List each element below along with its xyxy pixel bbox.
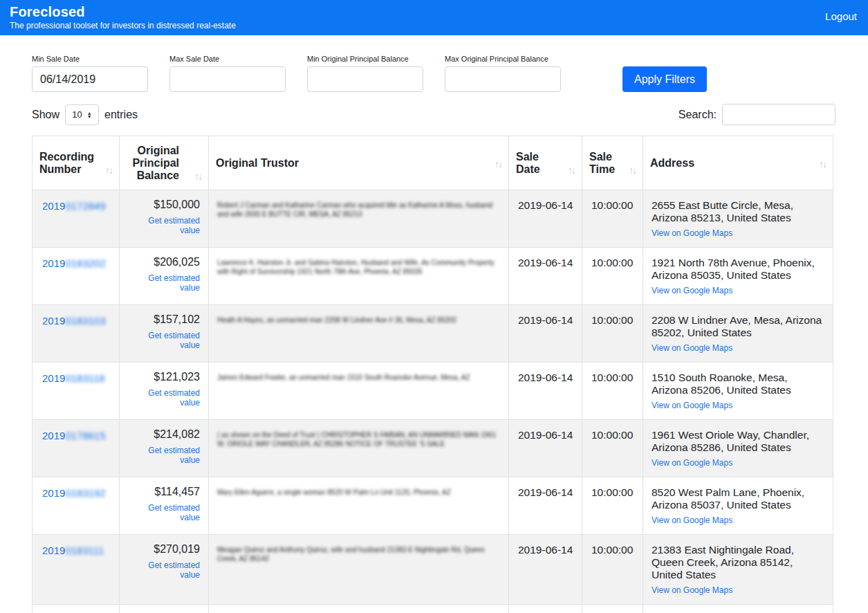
sale-time-cell: 10:00:00: [582, 604, 643, 613]
address-cell: 2655 East Butte Circle, Mesa, Arizona 85…: [643, 190, 833, 248]
search-input[interactable]: [722, 104, 835, 125]
get-estimated-value-link[interactable]: Get estimated value: [127, 216, 200, 235]
recording-number-link[interactable]: 20190183111: [42, 545, 104, 556]
sort-icon: ↑↓: [816, 158, 826, 170]
column-header-original-trustor[interactable]: Original Trustor↑↓: [209, 136, 509, 190]
min-principal-balance-input[interactable]: [307, 66, 423, 92]
recording-number-link[interactable]: 20190183118: [42, 372, 105, 384]
logout-link[interactable]: Logout: [825, 10, 857, 22]
sale-time-cell: 10:00:00: [582, 419, 643, 477]
max-principal-balance-label: Max Original Principal Balance: [445, 55, 561, 63]
original-trustor-cell: James Edward Fowler, an unmarried man 15…: [209, 362, 509, 419]
sale-date-cell: 2019-06-14: [509, 534, 582, 604]
original-trustor-cell: Meagan Quiroz and Anthony Quiroz, wife a…: [209, 534, 509, 604]
recording-number-link[interactable]: 20190172849: [42, 200, 106, 212]
get-estimated-value-link[interactable]: Get estimated value: [127, 446, 200, 465]
recording-number-cell: 20190183202: [33, 247, 120, 304]
address-text: 1961 West Oriole Way, Chandler, Arizona …: [652, 429, 826, 454]
apply-filters-button[interactable]: Apply Filters: [622, 66, 707, 92]
address-cell: 8520 West Palm Lane, Phoenix, Arizona 85…: [643, 477, 833, 534]
brand-title: Foreclosed: [10, 4, 857, 19]
max-principal-balance-input[interactable]: [445, 66, 561, 92]
view-on-google-maps-link[interactable]: View on Google Maps: [652, 228, 732, 238]
recording-number-cell: 20190173690: [33, 604, 120, 613]
get-estimated-value-link[interactable]: Get estimated value: [127, 331, 200, 350]
table-row: 20190183192 $114,457 Get estimated value…: [33, 477, 833, 534]
table-header-row: Recording Number↑↓ Original Principal Ba…: [33, 136, 833, 190]
sale-time-cell: 10:00:00: [582, 247, 643, 304]
recording-number-link[interactable]: 20190183202: [42, 257, 106, 269]
principal-balance-cell: $150,000 Get estimated value: [120, 190, 209, 248]
view-on-google-maps-link[interactable]: View on Google Maps: [652, 585, 732, 595]
sort-icon: ↑↓: [626, 165, 636, 176]
sale-date-cell: 2019-06-14: [509, 477, 582, 534]
trustor-text-redacted: Lawrence K. Hairston Jr. and Sabina Hair…: [217, 258, 500, 276]
get-estimated-value-link[interactable]: Get estimated value: [127, 273, 200, 293]
min-sale-date-input[interactable]: [32, 66, 148, 92]
column-header-recording-number[interactable]: Recording Number↑↓: [33, 136, 120, 190]
get-estimated-value-link[interactable]: Get estimated value: [127, 503, 200, 522]
recording-number-link[interactable]: 20190183103: [42, 315, 106, 327]
balance-amount: $157,102: [154, 313, 200, 325]
filter-min-principal-balance: Min Original Principal Balance: [307, 55, 423, 92]
sale-date-cell: 2019-06-14: [509, 604, 582, 613]
table-row: 20190172849 $150,000 Get estimated value…: [33, 190, 833, 248]
sale-date-cell: 2019-06-14: [509, 419, 582, 477]
max-sale-date-input[interactable]: [169, 66, 286, 92]
column-header-original-principal-balance[interactable]: Original Principal Balance↑↓: [120, 136, 209, 190]
original-trustor-cell: Heath A Hayes, an unmarried man 2208 W L…: [209, 304, 509, 362]
page-size-select[interactable]: 10 ▲▼: [65, 104, 99, 125]
table-row: 20190183118 $121,023 Get estimated value…: [33, 362, 833, 419]
entries-label: entries: [104, 109, 138, 121]
address-text: 2208 W Lindner Ave, Mesa, Arizona 85202,…: [652, 314, 826, 339]
balance-amount: $270,019: [154, 543, 200, 555]
principal-balance-cell: $206,025 Get estimated value: [120, 247, 209, 304]
filter-min-sale-date: Min Sale Date: [32, 55, 148, 92]
show-label: Show: [32, 109, 59, 121]
view-on-google-maps-link[interactable]: View on Google Maps: [652, 515, 732, 525]
address-text: 2655 East Butte Circle, Mesa, Arizona 85…: [652, 199, 826, 224]
address-text: 21383 East Nightingale Road, Queen Creek…: [652, 544, 826, 581]
table-row: 20190183111 $270,019 Get estimated value…: [33, 534, 833, 604]
get-estimated-value-link[interactable]: Get estimated value: [127, 388, 200, 408]
balance-amount: $150,000: [154, 199, 200, 210]
recording-number-link[interactable]: 20190178615: [42, 430, 106, 441]
view-on-google-maps-link[interactable]: View on Google Maps: [652, 458, 732, 468]
principal-balance-cell: $121,023 Get estimated value: [120, 362, 209, 419]
view-on-google-maps-link[interactable]: View on Google Maps: [652, 343, 732, 353]
recording-number-link[interactable]: 20190183192: [42, 487, 106, 499]
table-row: 20190183103 $157,102 Get estimated value…: [33, 304, 833, 362]
original-trustor-cell: ( as shown on the Deed of Trust ) Eulogi…: [209, 604, 509, 613]
principal-balance-cell: $125,000 Get estimated value: [120, 604, 209, 613]
sort-icon: ↑↓: [492, 158, 501, 170]
original-trustor-cell: Lawrence K. Hairston Jr. and Sabina Hair…: [209, 247, 509, 304]
table-row: 20190183202 $206,025 Get estimated value…: [33, 247, 833, 304]
trustor-text-redacted: ( as shown on the Deed of Trust ) CHRIST…: [217, 430, 500, 448]
trustor-text-redacted: Heath A Hayes, an unmarried man 2208 W L…: [217, 315, 500, 324]
column-header-address[interactable]: Address↑↓: [643, 136, 833, 190]
trustor-text-redacted: James Edward Fowler, an unmarried man 15…: [217, 373, 500, 382]
balance-amount: $121,023: [154, 371, 200, 383]
table-row: 20190173690 $125,000 Get estimated value…: [33, 604, 833, 613]
principal-balance-cell: $114,457 Get estimated value: [120, 477, 209, 534]
address-cell: 1921 North 78th Avenue, Phoenix, Arizona…: [643, 247, 833, 304]
sort-icon: ↑↓: [192, 171, 201, 182]
filter-max-principal-balance: Max Original Principal Balance: [445, 55, 561, 92]
sale-time-cell: 10:00:00: [582, 190, 643, 248]
sort-icon: ↑↓: [102, 165, 112, 176]
column-header-sale-time[interactable]: Sale Time↑↓: [582, 136, 643, 190]
balance-amount: $206,025: [154, 256, 200, 268]
column-header-sale-date[interactable]: Sale Date↑↓: [509, 136, 582, 190]
page-size-value: 10: [72, 109, 82, 120]
address-cell: 2108 East Lemon Street, Tempe, Arizona 8…: [643, 604, 833, 613]
balance-amount: $114,457: [154, 486, 200, 497]
view-on-google-maps-link[interactable]: View on Google Maps: [652, 401, 732, 410]
sale-time-cell: 10:00:00: [582, 362, 643, 419]
search-control: Search:: [678, 104, 835, 125]
foreclosures-table: Recording Number↑↓ Original Principal Ba…: [32, 136, 833, 613]
main-content: Min Sale Date Max Sale Date Min Original…: [0, 55, 868, 613]
get-estimated-value-link[interactable]: Get estimated value: [127, 560, 200, 580]
view-on-google-maps-link[interactable]: View on Google Maps: [652, 286, 732, 295]
search-label: Search:: [678, 109, 717, 121]
table-row: 20190178615 $214,082 Get estimated value…: [33, 419, 833, 477]
